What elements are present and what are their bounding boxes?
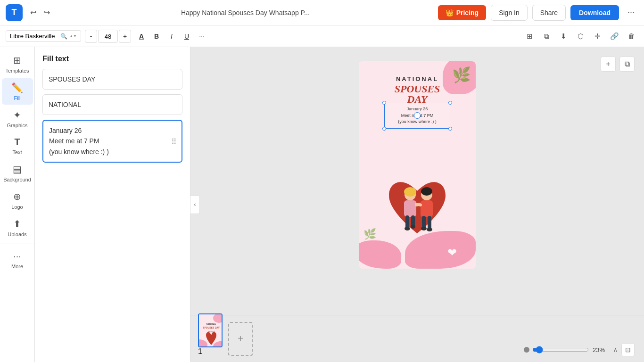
position-tool-button[interactable]: ✛ <box>590 29 604 43</box>
signin-button[interactable]: Sign In <box>491 5 528 21</box>
sidebar-item-background[interactable]: ▤ Background <box>2 160 33 186</box>
design-card: 🌿 🌿 NATIONAL SPOUSES DAY <box>359 61 476 269</box>
svg-point-9 <box>421 187 432 196</box>
font-size-increase-button[interactable]: + <box>119 30 131 43</box>
svg-rect-3 <box>405 215 409 229</box>
couple-svg <box>394 186 441 238</box>
topbar: T ↩ ↪ Happy National Spouses Day Whatsap… <box>0 0 644 25</box>
canvas-area: ‹ + ⧉ 🌿 🌿 <box>190 47 644 362</box>
add-element-button[interactable]: + <box>601 57 616 72</box>
sidebar-item-more[interactable]: ··· More <box>2 247 33 273</box>
font-family-selector[interactable]: Libre Baskerville 🔍 ▲▼ <box>6 30 81 42</box>
fill-icon: ✏️ <box>11 82 23 93</box>
logo-icon: ⊕ <box>13 191 21 202</box>
text-color-button[interactable]: A <box>135 30 148 43</box>
more-icon: ··· <box>13 251 21 262</box>
canvas-overlay-buttons: + ⧉ <box>601 57 635 72</box>
more-options-button[interactable]: ··· <box>624 6 638 19</box>
fill-text-item-1[interactable]: SPOUSES DAY <box>42 69 182 90</box>
copy-tool-button[interactable]: ⧉ <box>539 29 553 43</box>
font-name-label: Libre Baskerville <box>10 33 58 40</box>
font-size-value: 48 <box>98 30 118 43</box>
design-card-inner: 🌿 🌿 NATIONAL SPOUSES DAY <box>359 61 476 269</box>
move-handle[interactable] <box>414 112 421 119</box>
templates-icon: ⊞ <box>13 55 21 66</box>
svg-text:NATIONAL: NATIONAL <box>206 323 216 325</box>
share-button[interactable]: Share <box>532 5 566 21</box>
more-format-button[interactable]: ··· <box>195 30 208 43</box>
font-size-decrease-button[interactable]: - <box>85 30 97 43</box>
svg-rect-12 <box>428 216 431 229</box>
canvas-national-text: NATIONAL <box>359 75 476 82</box>
svg-text:SPOUSES DAY: SPOUSES DAY <box>203 326 220 329</box>
download-button[interactable]: Download <box>570 5 619 20</box>
leaf-bottom-left-decoration: 🌿 <box>363 228 376 240</box>
format-bar: Libre Baskerville 🔍 ▲▼ - 48 + A B I U ··… <box>0 25 644 47</box>
resize-handle-tl[interactable] <box>382 101 386 105</box>
fill-text-item-3[interactable]: January 26 Meet me at 7 PM (you know whe… <box>42 120 182 163</box>
svg-point-6 <box>411 225 415 229</box>
canvas-tools: ⊞ ⧉ ⬇ ⬡ ✛ 🔗 🗑 <box>522 29 638 43</box>
link-tool-button[interactable]: 🔗 <box>607 29 621 43</box>
blob-bottom-left <box>359 240 401 269</box>
bold-button[interactable]: B <box>150 30 163 43</box>
fill-panel: Fill text SPOUSES DAY NATIONAL January 2… <box>35 47 190 362</box>
zoom-slider[interactable] <box>532 346 589 354</box>
zoom-up-button[interactable]: ∧ <box>613 346 618 353</box>
uploads-icon: ⬆ <box>13 218 21 230</box>
sidebar-item-logo[interactable]: ⊕ Logo <box>2 187 33 214</box>
collapse-panel-button[interactable]: ‹ <box>190 195 200 214</box>
sidebar-item-fill[interactable]: ✏️ Fill <box>2 78 33 105</box>
svg-point-13 <box>421 227 427 230</box>
svg-point-1 <box>404 187 416 197</box>
sidebar-icons: ⊞ Templates ✏️ Fill ✦ Graphics T Text ▤ … <box>0 47 35 362</box>
sidebar-item-templates[interactable]: ⊞ Templates <box>2 51 33 77</box>
pricing-button[interactable]: 👑 Pricing <box>438 5 486 20</box>
zoom-slider-container <box>524 346 589 354</box>
undo-button[interactable]: ↩ <box>27 6 39 19</box>
italic-button[interactable]: I <box>165 30 178 43</box>
thumb-preview: NATIONAL SPOUSES DAY January 26 <box>199 314 223 347</box>
main-layout: ⊞ Templates ✏️ Fill ✦ Graphics T Text ▤ … <box>0 47 644 362</box>
delete-tool-button[interactable]: 🗑 <box>624 29 638 43</box>
text-icon: T <box>14 137 20 148</box>
copy-element-button[interactable]: ⧉ <box>619 57 635 72</box>
redo-button[interactable]: ↪ <box>41 6 53 19</box>
background-icon: ▤ <box>13 164 22 175</box>
zoom-dot[interactable] <box>524 347 529 353</box>
small-heart-decoration: ❤ <box>447 246 457 259</box>
zoom-value-label: 23% <box>593 346 610 354</box>
illustration-area <box>380 163 455 243</box>
add-page-button[interactable]: + <box>228 322 253 356</box>
sidebar-item-uploads[interactable]: ⬆ Uploads <box>2 214 33 241</box>
sidebar-item-graphics[interactable]: ✦ Graphics <box>2 106 33 132</box>
search-icon: 🔍 <box>60 33 67 40</box>
svg-point-14 <box>427 228 432 231</box>
arrange-tool-button[interactable]: ⊞ <box>522 29 537 43</box>
page-thumbnail-1[interactable]: NATIONAL SPOUSES DAY January 26 <box>198 313 223 347</box>
resize-handle-bl[interactable] <box>382 127 386 131</box>
font-size-control: - 48 + <box>85 30 131 43</box>
svg-point-5 <box>405 227 410 230</box>
download-tool-button[interactable]: ⬇ <box>556 29 570 43</box>
shape-tool-button[interactable]: ⬡ <box>573 29 587 43</box>
canvas-scroll[interactable]: 🌿 🌿 NATIONAL SPOUSES DAY <box>190 47 644 315</box>
fill-text-multiline: January 26 Meet me at 7 PM (you know whe… <box>49 125 109 157</box>
selected-text-box[interactable]: January 26 Meet me at 7 PM (you know whe… <box>384 103 450 129</box>
zoom-bar: 23% ∧ ⊡ <box>524 343 635 356</box>
sidebar-item-text[interactable]: T Text <box>2 133 33 159</box>
drag-handle-icon: ⠿ <box>171 137 177 146</box>
logo-button[interactable]: T <box>6 4 23 21</box>
svg-rect-2 <box>404 200 416 217</box>
underline-button[interactable]: U <box>180 30 193 43</box>
fill-text-item-2[interactable]: NATIONAL <box>42 94 182 115</box>
page-thumbnail-container: NATIONAL SPOUSES DAY January 26 1 <box>198 313 223 356</box>
svg-rect-11 <box>422 216 426 229</box>
text-format-buttons: A B I U ··· <box>135 30 208 43</box>
svg-line-15 <box>416 204 421 205</box>
zoom-frame-button[interactable]: ⊡ <box>621 343 635 356</box>
font-arrows-icon: ▲▼ <box>69 34 77 38</box>
crown-icon: 👑 <box>446 9 454 16</box>
resize-handle-br[interactable] <box>448 127 452 131</box>
resize-handle-tr[interactable] <box>448 101 452 105</box>
